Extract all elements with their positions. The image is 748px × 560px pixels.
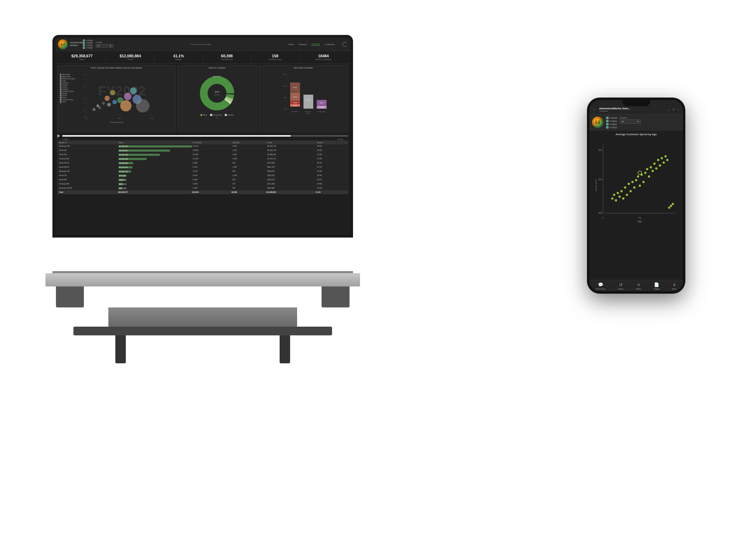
kpi-active-customers-value: 18484 <box>302 54 345 58</box>
svg-point-84 <box>633 187 635 189</box>
phone-fy-2022-cb[interactable] <box>606 126 609 129</box>
progress-track[interactable] <box>62 135 348 137</box>
svg-text:$3.0M: $3.0M <box>320 102 323 104</box>
svg-point-74 <box>615 199 617 201</box>
country-dropdown[interactable]: All ▼ <box>96 44 113 48</box>
phone-chart-title: Average Customer Spend by Age <box>589 131 683 137</box>
phone-fy-2021[interactable]: FY2021 <box>606 123 617 125</box>
svg-text:$1K: $1K <box>598 178 603 181</box>
fy-filter-2021[interactable]: FY2021 <box>83 44 93 46</box>
nav-customers[interactable]: Customers <box>325 43 335 45</box>
svg-text:$28M: $28M <box>215 91 220 93</box>
fy-2019-checkbox[interactable] <box>83 39 85 42</box>
svg-text:Bikes: Bikes <box>307 112 310 114</box>
phone-fy-2020[interactable]: FY2020 <box>606 120 617 122</box>
svg-text:$1M (2.39%): $1M (2.39%) <box>213 75 222 77</box>
donut-chart: Sales by Category <box>177 65 257 132</box>
phone-nav-pages[interactable]: 📄 Pages <box>654 282 660 290</box>
svg-text:Touring Bikes: Touring Bikes <box>317 111 326 112</box>
phone-fy-2019-cb[interactable] <box>606 117 609 119</box>
svg-point-99 <box>661 157 663 159</box>
phone-fy-2020-cb[interactable] <box>606 120 609 122</box>
phone-fy-2022[interactable]: FY2022 <box>606 126 617 129</box>
dashboard-container: ADVENTURE WORKS FY2019 <box>55 38 350 235</box>
svg-text:$0M: $0M <box>284 108 287 110</box>
phone-chevron-icon[interactable]: ⌄ <box>668 108 670 111</box>
donut-dropdown[interactable]: ▼ <box>216 117 218 119</box>
phone-screen: ← AdventureWorks Sam... Customer ⌄ ↗ ⋮ <box>589 100 683 291</box>
svg-text:$1.3M: $1.3M <box>320 107 323 108</box>
bar-chart-title: Bike Sales by Model <box>260 67 346 69</box>
phone-fy-2021-cb[interactable] <box>606 123 609 125</box>
svg-point-88 <box>641 174 643 176</box>
nav-products[interactable]: Products <box>311 43 320 46</box>
phone-country-filter: Country All ▼ <box>620 117 680 124</box>
nav-home[interactable]: Home <box>288 43 294 45</box>
svg-text:0K: 0K <box>84 115 86 117</box>
scatter-svg: $2K $1K $0K 0 50 <box>592 137 680 227</box>
svg-point-106 <box>638 171 642 175</box>
phone: ← AdventureWorks Sam... Customer ⌄ ↗ ⋮ <box>587 98 685 293</box>
phone-back-button[interactable]: ← <box>593 108 596 111</box>
stand-legs <box>115 335 290 363</box>
kpi-product-lines: 158 Product Lines <box>251 53 300 61</box>
play-button[interactable] <box>57 134 61 138</box>
phone-expand-icon[interactable]: ↗ <box>672 108 675 111</box>
phone-country-dropdown[interactable]: All ▼ <box>620 119 641 124</box>
kpi-active-customers-label: Active Customers <box>302 58 345 60</box>
svg-point-100 <box>663 161 665 163</box>
data-table: Model ▼ Sales % of Sales Quantity Profit… <box>57 140 348 194</box>
phone-nav-comments[interactable]: 💬 Comments <box>596 282 606 290</box>
logo-icon <box>58 39 68 49</box>
stand-leg-left <box>115 335 126 363</box>
bubble-chart: Profit, Quantity and Sales (bubble size)… <box>57 65 176 132</box>
fy-2021-checkbox[interactable] <box>83 44 85 46</box>
svg-text:$15M: $15M <box>283 74 287 75</box>
reset-icon[interactable] <box>343 42 347 47</box>
phone-bottom-nav: 💬 Comments ↺ Reset ≡ Filters 📄 Pages <box>589 280 683 291</box>
svg-point-98 <box>659 165 661 167</box>
svg-point-78 <box>622 197 624 199</box>
svg-point-103 <box>668 206 670 209</box>
svg-point-14 <box>93 108 96 111</box>
donut-legend: 🟢 Bikes ⬜ Accessories ⬜ Clothing <box>200 114 233 116</box>
kpi-product-lines-label: Product Lines <box>253 58 297 60</box>
table-row: Road-650 $645,380 2.20% 852 $249,758 38.… <box>58 178 348 182</box>
svg-point-82 <box>630 190 632 192</box>
fy-2020-checkbox[interactable] <box>83 42 85 44</box>
phone-fy-2019[interactable]: FY2019 <box>606 117 617 119</box>
laptop: ADVENTURE WORKS FY2019 <box>45 35 360 307</box>
donut-svg: $28M (96.46%) $1M (2.39%) <box>198 74 236 112</box>
svg-text:50: 50 <box>639 217 641 219</box>
phone-nav-reset[interactable]: ↺ Reset <box>618 282 624 290</box>
kpi-product-lines-value: 158 <box>253 54 297 58</box>
comments-icon: 💬 <box>598 282 603 287</box>
svg-text:$20K: $20K <box>118 117 121 119</box>
svg-rect-52 <box>303 95 313 109</box>
svg-point-86 <box>637 175 639 177</box>
svg-point-77 <box>620 190 623 192</box>
kpi-transactions-value: 60,398 <box>205 54 249 58</box>
phone-more-icon[interactable]: ⋮ <box>677 108 679 111</box>
phone-nav-more[interactable]: ∧ More <box>672 282 677 290</box>
phone-fy-filters: FY2019 FY2020 FY2021 FY2022 <box>606 117 617 129</box>
laptop-foot-left <box>56 286 84 307</box>
svg-point-101 <box>664 155 667 157</box>
svg-point-73 <box>613 194 615 196</box>
table-row: Touring-1000 $2,992,008 10.19% 1,255 $1,… <box>58 157 348 161</box>
fy-filter-2022[interactable]: FY2022 <box>83 47 93 49</box>
svg-point-31 <box>208 85 226 102</box>
svg-point-27 <box>110 90 115 95</box>
fy-filter-2020[interactable]: FY2020 <box>83 42 93 44</box>
svg-point-79 <box>624 187 626 189</box>
laptop-stand <box>108 307 297 328</box>
kpi-margin-label: Margin <box>157 58 200 60</box>
fy-filter-2019[interactable]: FY2019 <box>83 39 93 42</box>
bar-svg: $15M $10M $5M $0M <box>269 70 346 116</box>
fy-2022-checkbox[interactable] <box>83 47 85 49</box>
phone-nav-filters[interactable]: ≡ Filters <box>636 282 641 290</box>
svg-point-91 <box>646 168 648 170</box>
nav-regions[interactable]: Regions <box>299 43 307 45</box>
svg-text:4K: 4K <box>84 98 86 100</box>
fy-filters: FY2019 FY2020 FY2021 <box>83 39 93 49</box>
